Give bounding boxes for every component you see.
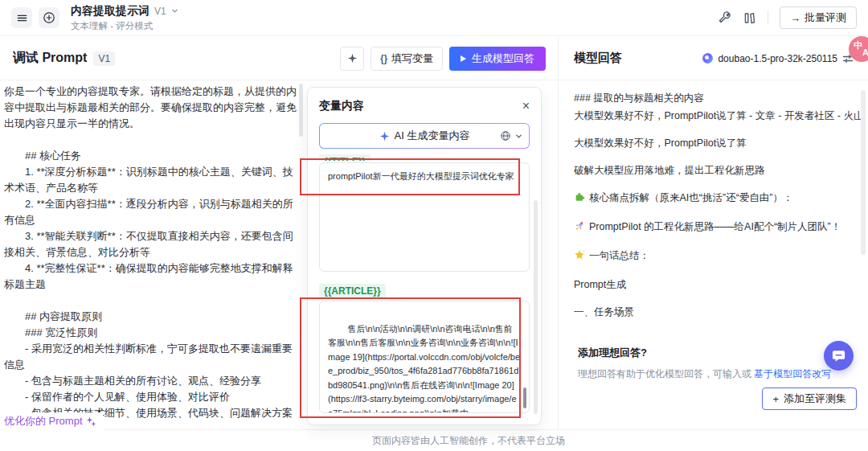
globe-icon bbox=[500, 130, 511, 141]
optimize-prompt-link[interactable]: 优化你的 Prompt bbox=[4, 412, 103, 430]
model-answer-content: ### 提取的与标题相关的内容 大模型效果好不好，PromptPilot说了算 … bbox=[559, 80, 868, 381]
article-variable-input[interactable]: 售后\n\n活动\n\n调研\n\n咨询电话\n\n售前客服\n\n售后客服\n… bbox=[319, 301, 530, 413]
prompt-title-block: 内容提取提示词 V1 文本理解 - 评分模式 bbox=[71, 4, 178, 32]
hamburger-icon bbox=[16, 12, 28, 24]
play-icon bbox=[461, 55, 466, 62]
version-badge: V1 bbox=[93, 51, 115, 66]
doubao-logo-icon bbox=[702, 53, 713, 64]
ai-generate-variables-button[interactable]: AI 生成变量内容 bbox=[319, 123, 530, 149]
top-bar: 内容提取提示词 V1 文本理解 - 评分模式 → 批量评测 bbox=[0, 0, 868, 36]
debug-toolbar: 调试 Prompt V1 {} 填写变量 生成模型回答 bbox=[0, 37, 559, 80]
textarea-scrollbar[interactable] bbox=[523, 387, 526, 408]
debug-section: 调试 Prompt V1 {} 填写变量 生成模型回答 你是一个专 bbox=[0, 37, 559, 429]
ai-sparkle-icon bbox=[379, 131, 390, 141]
model-name: doubao-1.5-pro-32k-250115 bbox=[718, 53, 837, 64]
panel-scrollbar[interactable] bbox=[861, 90, 866, 255]
answer-line: 一句话总结： bbox=[574, 248, 862, 264]
sparkle-icon bbox=[347, 53, 358, 64]
menu-button[interactable] bbox=[11, 7, 32, 28]
puzzle-emoji-icon bbox=[574, 191, 585, 203]
footer-disclaimer: 页面内容皆由人工智能创作，不代表平台立场 bbox=[0, 431, 868, 451]
version-dropdown[interactable] bbox=[171, 7, 178, 14]
workspace: 调试 Prompt V1 {} 填写变量 生成模型回答 你是一个专 bbox=[0, 37, 868, 430]
answer-line: 破解大模型应用落地难，提出工程化新思路 bbox=[574, 162, 862, 178]
language-dropdown[interactable] bbox=[500, 130, 522, 141]
ai-sparkle-button[interactable] bbox=[340, 47, 364, 71]
answer-line: 核心痛点拆解（原来AI也“挑活”还“爱自由”）： bbox=[574, 190, 862, 206]
answer-line: 一、任务场景 bbox=[574, 304, 862, 320]
page-title: 内容提取提示词 bbox=[71, 4, 149, 18]
article-variable-label: {{ARTICLE}} bbox=[319, 283, 530, 298]
divider bbox=[768, 10, 768, 25]
modal-scrollbar[interactable] bbox=[534, 200, 538, 414]
books-icon bbox=[743, 11, 756, 25]
rewrite-from-answer-link[interactable]: 基于模型回答改写 bbox=[754, 368, 831, 379]
feedback-chat-fab-button[interactable] bbox=[824, 341, 854, 371]
variables-modal: 变量内容 × AI 生成变量内容 {{TITLE}} bbox=[307, 87, 542, 425]
model-answer-panel: 模型回答 doubao-1.5-pro-32k-250115 ### 提取的与标… bbox=[559, 37, 868, 429]
batch-eval-button[interactable]: → 批量评测 bbox=[780, 6, 857, 29]
fill-variables-button[interactable]: {} 填写变量 bbox=[371, 47, 443, 71]
chat-bubble-icon bbox=[831, 348, 846, 363]
answer-line: 大模型效果好不好，PromptPilot说了算 - 文章 - 开发者社区 - 火… bbox=[574, 108, 862, 124]
answer-line: PromptPilot 的工程化新思路——给AI配个“制片人团队”！ bbox=[574, 219, 862, 235]
wrench-icon bbox=[718, 11, 731, 25]
prompt-text[interactable]: 你是一个专业的内容提取专家。请根据给定的标题，从提供的内容中提取出与标题最相关的… bbox=[4, 84, 300, 429]
braces-icon: {} bbox=[380, 52, 387, 64]
panel-title: 模型回答 bbox=[574, 51, 622, 66]
chevron-down-icon bbox=[515, 133, 522, 140]
answer-line: Prompt生成 bbox=[574, 277, 862, 293]
translate-fab-button[interactable]: 中 A bbox=[849, 36, 868, 62]
prompt-subtitle: 文本理解 - 评分模式 bbox=[71, 20, 178, 32]
star-emoji-icon bbox=[574, 249, 585, 260]
close-icon[interactable]: × bbox=[522, 100, 530, 113]
modal-title: 变量内容 bbox=[319, 99, 364, 113]
ideal-answer-title: 添加理想回答? bbox=[578, 346, 862, 360]
ideal-answer-block: 添加理想回答? 理想回答有助于优化模型回答，可输入或 基于模型回答改写 bbox=[574, 346, 862, 381]
prompt-editor[interactable]: 你是一个专业的内容提取专家。请根据给定的标题，从提供的内容中提取出与标题最相关的… bbox=[0, 81, 305, 429]
chevron-down-icon bbox=[171, 7, 178, 14]
plus-circle-icon bbox=[43, 11, 55, 24]
model-selector[interactable]: doubao-1.5-pro-32k-250115 bbox=[702, 53, 854, 64]
title-variable-input[interactable]: promptPilot新一代最好的大模型提示词优化专家 bbox=[319, 162, 530, 272]
answer-line: 大模型效果好不好，PromptPilot说了算 bbox=[574, 135, 862, 151]
library-button[interactable] bbox=[743, 11, 756, 25]
prompt-scrollbar[interactable] bbox=[299, 84, 303, 137]
title-variable-label-clipped: {{TITLE}} bbox=[319, 154, 530, 161]
new-prompt-button[interactable] bbox=[39, 7, 59, 28]
add-to-eval-set-button[interactable]: + 添加至评测集 bbox=[762, 387, 857, 410]
arrow-right-icon: → bbox=[790, 12, 800, 24]
answer-line: ### 提取的与标题相关的内容 bbox=[574, 90, 862, 106]
plus-icon: + bbox=[772, 393, 779, 405]
magic-sparkle-icon bbox=[86, 416, 96, 427]
ideal-answer-hint: 理想回答有助于优化模型回答，可输入或 基于模型回答改写 bbox=[578, 367, 862, 381]
generate-answer-button[interactable]: 生成模型回答 bbox=[449, 47, 546, 71]
version-label: V1 bbox=[154, 6, 166, 17]
debug-title: 调试 Prompt bbox=[13, 50, 87, 67]
tools-button[interactable] bbox=[718, 11, 731, 25]
rocket-emoji-icon bbox=[574, 220, 585, 232]
model-answer-header: 模型回答 doubao-1.5-pro-32k-250115 bbox=[559, 37, 868, 80]
translate-icon: 中 bbox=[854, 39, 862, 51]
